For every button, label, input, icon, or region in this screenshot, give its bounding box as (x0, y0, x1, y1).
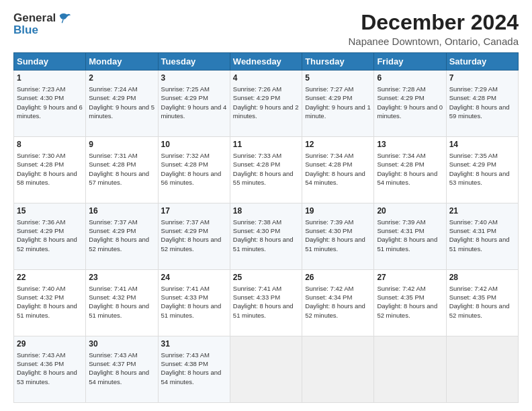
day-cell-27: 27Sunrise: 7:42 AMSunset: 4:35 PMDayligh… (374, 270, 446, 336)
day-cell-21: 21Sunrise: 7:40 AMSunset: 4:31 PMDayligh… (446, 203, 518, 270)
page: General Blue December 2024 Napanee Downt… (0, 0, 532, 411)
header-thursday: Thursday (302, 53, 374, 71)
day-cell-16: 16Sunrise: 7:37 AMSunset: 4:29 PMDayligh… (86, 203, 158, 270)
day-cell-7: 7Sunrise: 7:29 AMSunset: 4:28 PMDaylight… (446, 71, 518, 137)
day-cell-14: 14Sunrise: 7:35 AMSunset: 4:29 PMDayligh… (446, 137, 518, 203)
day-cell-2: 2Sunrise: 7:24 AMSunset: 4:29 PMDaylight… (86, 71, 158, 137)
day-cell-31: 31Sunrise: 7:43 AMSunset: 4:38 PMDayligh… (158, 336, 230, 403)
logo: General Blue (13, 11, 72, 37)
week-row-3: 15Sunrise: 7:36 AMSunset: 4:29 PMDayligh… (14, 203, 519, 270)
day-cell-29: 29Sunrise: 7:43 AMSunset: 4:36 PMDayligh… (14, 336, 86, 403)
week-row-1: 1Sunrise: 7:23 AMSunset: 4:30 PMDaylight… (14, 71, 519, 137)
day-cell-8: 8Sunrise: 7:30 AMSunset: 4:28 PMDaylight… (14, 137, 86, 203)
day-cell-empty-4 (446, 336, 518, 403)
logo-blue-text: Blue (13, 24, 72, 37)
day-cell-11: 11Sunrise: 7:33 AMSunset: 4:28 PMDayligh… (230, 137, 302, 203)
week-row-5: 29Sunrise: 7:43 AMSunset: 4:36 PMDayligh… (14, 336, 519, 403)
header: General Blue December 2024 Napanee Downt… (13, 11, 519, 47)
logo-general-text: General (13, 11, 56, 25)
day-cell-13: 13Sunrise: 7:34 AMSunset: 4:28 PMDayligh… (374, 137, 446, 203)
day-cell-23: 23Sunrise: 7:41 AMSunset: 4:32 PMDayligh… (86, 270, 158, 336)
header-friday: Friday (374, 53, 446, 71)
week-row-4: 22Sunrise: 7:40 AMSunset: 4:32 PMDayligh… (14, 270, 519, 336)
calendar-title: December 2024 (349, 11, 519, 34)
title-block: December 2024 Napanee Downtown, Ontario,… (349, 11, 519, 47)
day-cell-18: 18Sunrise: 7:38 AMSunset: 4:30 PMDayligh… (230, 203, 302, 270)
day-cell-empty-3 (374, 336, 446, 403)
day-cell-15: 15Sunrise: 7:36 AMSunset: 4:29 PMDayligh… (14, 203, 86, 270)
day-cell-12: 12Sunrise: 7:34 AMSunset: 4:28 PMDayligh… (302, 137, 374, 203)
day-cell-24: 24Sunrise: 7:41 AMSunset: 4:33 PMDayligh… (158, 270, 230, 336)
calendar-header-row: Sunday Monday Tuesday Wednesday Thursday… (14, 53, 519, 71)
day-cell-25: 25Sunrise: 7:41 AMSunset: 4:33 PMDayligh… (230, 270, 302, 336)
calendar-subtitle: Napanee Downtown, Ontario, Canada (349, 36, 519, 47)
day-cell-26: 26Sunrise: 7:42 AMSunset: 4:34 PMDayligh… (302, 270, 374, 336)
day-cell-4: 4Sunrise: 7:26 AMSunset: 4:29 PMDaylight… (230, 71, 302, 137)
header-monday: Monday (86, 53, 158, 71)
day-cell-9: 9Sunrise: 7:31 AMSunset: 4:28 PMDaylight… (86, 137, 158, 203)
day-cell-3: 3Sunrise: 7:25 AMSunset: 4:29 PMDaylight… (158, 71, 230, 137)
day-cell-28: 28Sunrise: 7:42 AMSunset: 4:35 PMDayligh… (446, 270, 518, 336)
header-tuesday: Tuesday (158, 53, 230, 71)
day-cell-5: 5Sunrise: 7:27 AMSunset: 4:29 PMDaylight… (302, 71, 374, 137)
logo-bird-icon (57, 11, 72, 26)
day-cell-17: 17Sunrise: 7:37 AMSunset: 4:29 PMDayligh… (158, 203, 230, 270)
day-cell-1: 1Sunrise: 7:23 AMSunset: 4:30 PMDaylight… (14, 71, 86, 137)
day-cell-22: 22Sunrise: 7:40 AMSunset: 4:32 PMDayligh… (14, 270, 86, 336)
week-row-2: 8Sunrise: 7:30 AMSunset: 4:28 PMDaylight… (14, 137, 519, 203)
day-cell-19: 19Sunrise: 7:39 AMSunset: 4:30 PMDayligh… (302, 203, 374, 270)
day-cell-20: 20Sunrise: 7:39 AMSunset: 4:31 PMDayligh… (374, 203, 446, 270)
day-cell-6: 6Sunrise: 7:28 AMSunset: 4:29 PMDaylight… (374, 71, 446, 137)
header-saturday: Saturday (446, 53, 518, 71)
day-cell-empty-1 (230, 336, 302, 403)
day-cell-empty-2 (302, 336, 374, 403)
day-cell-10: 10Sunrise: 7:32 AMSunset: 4:28 PMDayligh… (158, 137, 230, 203)
header-sunday: Sunday (14, 53, 86, 71)
header-wednesday: Wednesday (230, 53, 302, 71)
calendar-table: Sunday Monday Tuesday Wednesday Thursday… (13, 52, 519, 403)
day-cell-30: 30Sunrise: 7:43 AMSunset: 4:37 PMDayligh… (86, 336, 158, 403)
